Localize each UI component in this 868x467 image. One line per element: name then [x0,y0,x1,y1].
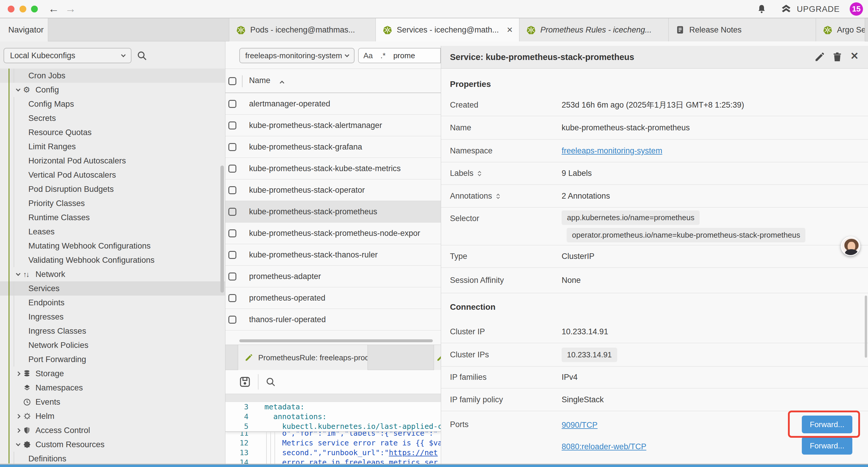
sidebar-item-ingress-classes[interactable]: Ingress Classes [0,324,225,338]
row-checkbox[interactable] [228,121,236,129]
row-checkbox[interactable] [228,294,236,302]
table-row-kube-prometheus-stack-alertmanager[interactable]: kube-prometheus-stack-alertmanager [225,115,441,136]
zoom-window-icon[interactable] [31,6,38,12]
sidebar-item-network[interactable]: ↑↓Network [0,267,225,282]
table-row-kube-prometheus-stack-kube-state-metrics[interactable]: kube-prometheus-stack-kube-state-metrics [225,158,441,179]
chevron-down-icon[interactable] [13,443,23,446]
sidebar-item-definitions[interactable]: Definitions [0,451,225,465]
tab-editor-partial[interactable] [434,345,441,370]
notification-count-badge[interactable]: 15 [850,2,863,16]
tab-argo-se[interactable]: Argo Se [816,18,865,41]
sidebar-item-runtime-classes[interactable]: Runtime Classes [0,210,225,225]
row-checkbox[interactable] [228,165,236,173]
row-checkbox[interactable] [228,272,236,281]
upgrade-icon[interactable] [781,4,792,14]
sidebar-item-vertical-pod-autoscalers[interactable]: Vertical Pod Autoscalers [0,168,225,182]
namespace-select[interactable]: freeleaps-monitoring-system [239,48,354,63]
sidebar-item-events[interactable]: Events [0,395,225,409]
sidebar-item-custom-resources[interactable]: Custom Resources [0,437,225,451]
sidebar-item-port-forwarding[interactable]: Port Forwarding [0,352,225,367]
sidebar-item-cron-jobs[interactable]: Cron Jobs [0,68,225,83]
close-window-icon[interactable] [8,6,14,12]
namespace-link[interactable]: freeleaps-monitoring-system [562,146,662,155]
port-link-8080[interactable]: 8080:reloader-web/TCP [562,442,646,451]
sidebar-item-namespaces[interactable]: Namespaces [0,381,225,395]
row-checkbox[interactable] [228,208,236,216]
sidebar-item-endpoints[interactable]: Endpoints [0,296,225,310]
sidebar-item-pod-disruption-budgets[interactable]: Pod Disruption Budgets [0,182,225,196]
sort-ascending-icon[interactable] [280,81,284,85]
select-all-checkbox[interactable] [228,77,236,85]
table-row-thanos-ruler-operated[interactable]: thanos-ruler-operated [225,309,441,330]
sidebar-item-ingresses[interactable]: Ingresses [0,310,225,324]
sidebar-item-leases[interactable]: Leases [0,225,225,239]
tab-release-notes[interactable]: Release Notes [669,18,816,41]
row-checkbox[interactable] [228,100,236,108]
table-row-prometheus-operated[interactable]: prometheus-operated [225,287,441,309]
table-row-kube-prometheus-stack-grafana[interactable]: kube-prometheus-stack-grafana [225,136,441,158]
sidebar-item-network-policies[interactable]: Network Policies [0,338,225,352]
row-checkbox[interactable] [228,229,236,237]
annotations-value[interactable]: 2 Annotations [562,192,610,201]
sidebar-item-validating-webhook-configurations[interactable]: Validating Webhook Configurations [0,253,225,267]
forward-button-8080[interactable]: Forward... [802,437,852,455]
table-row-kube-prometheus-stack-thanos-ruler[interactable]: kube-prometheus-stack-thanos-ruler [225,244,441,266]
kubeconfig-select[interactable]: Local Kubeconfigs [4,48,131,63]
row-checkbox[interactable] [228,316,236,324]
upgrade-label[interactable]: UPGRADE [797,4,840,14]
row-checkbox[interactable] [228,143,236,151]
sidebar-item-access-control[interactable]: Access Control [0,423,225,437]
minimize-window-icon[interactable] [20,6,26,12]
tab-navigator[interactable]: Navigator [0,18,48,41]
table-row-alertmanager-operated[interactable]: alertmanager-operated [225,93,441,115]
editor-search-icon[interactable] [265,377,276,387]
sidebar-item-config-maps[interactable]: Config Maps [0,97,225,111]
detail-scrollbar[interactable] [865,296,867,358]
tab-prometheusrule-editor[interactable]: PrometheusRule: freeleaps-prod-rabbitmq [238,345,368,370]
table-row-kube-prometheus-stack-prometheus-node-expor[interactable]: kube-prometheus-stack-prometheus-node-ex… [225,223,441,244]
regex-toggle[interactable]: .* [380,51,385,60]
port-link-9090[interactable]: 9090/TCP [562,420,598,430]
delete-trash-icon[interactable] [832,52,843,62]
save-icon[interactable] [239,376,251,388]
close-icon[interactable]: ✕ [850,50,859,62]
tab-services-icecheng-math[interactable]: Services - icecheng@math...✕ [376,18,519,41]
expand-collapse-icon[interactable] [497,193,499,199]
sidebar-item-secrets[interactable]: Secrets [0,111,225,125]
table-row-kube-prometheus-stack-operator[interactable]: kube-prometheus-stack-operator [225,179,441,201]
chevron-right-icon[interactable] [13,372,23,375]
notifications-bell-icon[interactable] [757,4,766,13]
table-row-kube-prometheus-stack-prometheus[interactable]: kube-prometheus-stack-prometheus [225,201,441,223]
filter-search-input[interactable]: Aa .* prome [358,48,441,63]
sidebar-item-storage[interactable]: Storage [0,367,225,381]
match-case-toggle[interactable]: Aa [363,51,373,60]
close-tab-icon[interactable]: ✕ [507,25,513,35]
chevron-down-icon[interactable] [13,273,23,276]
forward-arrow-icon[interactable]: → [65,2,76,16]
row-checkbox[interactable] [228,186,236,194]
labels-value[interactable]: 9 Labels [562,169,592,178]
chevron-right-icon[interactable] [13,429,23,432]
sidebar-item-horizontal-pod-autoscalers[interactable]: Horizontal Pod Autoscalers [0,154,225,168]
table-row-prometheus-adapter[interactable]: prometheus-adapter [225,266,441,287]
sidebar-item-priority-classes[interactable]: Priority Classes [0,196,225,210]
tab-pods-icecheng-mathmas[interactable]: Pods - icecheng@mathmas... [229,18,376,41]
sidebar-scrollbar[interactable] [220,166,224,293]
sidebar-item-helm[interactable]: Helm [0,409,225,423]
avatar[interactable] [841,236,860,256]
table-horizontal-scrollbar[interactable] [239,339,433,342]
sidebar-item-resource-quotas[interactable]: Resource Quotas [0,125,225,140]
sidebar-item-config[interactable]: ⚙Config [0,83,225,97]
sidebar-item-services[interactable]: Services [0,282,225,296]
edit-pencil-icon[interactable] [814,52,825,62]
sidebar-search-icon[interactable] [136,50,147,61]
expand-collapse-icon[interactable] [478,170,481,176]
chevron-down-icon[interactable] [13,88,23,92]
chevron-right-icon[interactable] [13,415,23,418]
name-column-header[interactable]: Name [249,76,270,85]
sidebar-item-mutating-webhook-configurations[interactable]: Mutating Webhook Configurations [0,239,225,253]
yaml-editor[interactable]: 3metadata:4annotations:5kubectl.kubernet… [225,402,441,465]
back-arrow-icon[interactable]: ← [48,2,59,16]
sidebar-item-limit-ranges[interactable]: Limit Ranges [0,140,225,154]
row-checkbox[interactable] [228,251,236,259]
